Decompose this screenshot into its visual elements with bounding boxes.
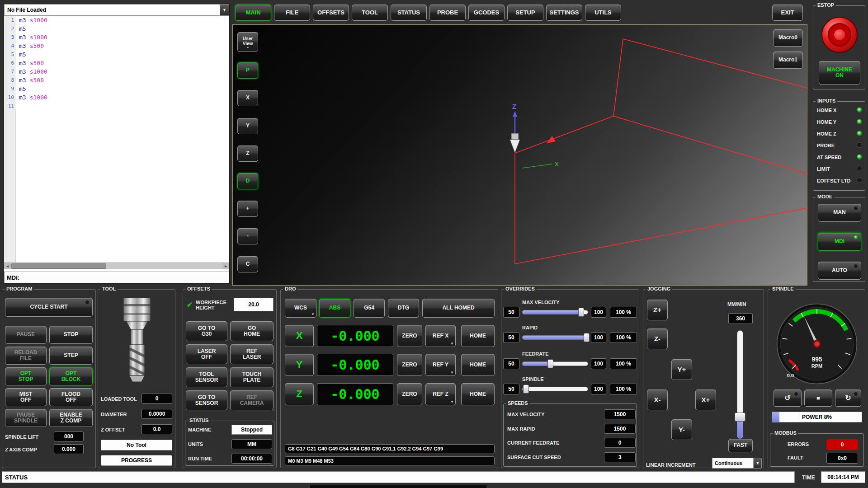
flood-button[interactable]: FLOOD OFF [49, 388, 93, 406]
zoom-out-button[interactable]: - [237, 228, 258, 244]
g54-button[interactable]: G54 [354, 299, 385, 318]
gremlin-3d-preview[interactable]: Z X User View ⌄ P X Y Z D + - C Macro0 M… [232, 24, 807, 286]
tab-file[interactable]: FILE [274, 5, 310, 21]
max-velocity-slider[interactable] [522, 307, 588, 318]
touch-plate-button[interactable]: TOUCH PLATE [230, 367, 274, 387]
pause-spindle-button[interactable]: PAUSE SPINDLE [5, 409, 47, 427]
dtg-button[interactable]: DTG [388, 299, 419, 318]
workpiece-height-input[interactable]: 20.0 [234, 298, 274, 311]
chevron-down-icon[interactable]: ▼ [220, 5, 229, 15]
fast-button[interactable]: FAST [728, 439, 753, 452]
machine-on-button[interactable]: MACHINE ON [819, 61, 860, 84]
jog-z-minus-button[interactable]: Z- [647, 328, 668, 349]
goto-sensor-button[interactable]: GO TO SENSOR [186, 390, 227, 410]
laser-off-button[interactable]: LASER OFF [186, 344, 227, 364]
ref-camera-button[interactable]: REF CAMERA [230, 390, 274, 410]
wcs-combo-button[interactable]: WCS▼ [285, 299, 316, 318]
active-mcodes-field: M0 M3 M9 M48 M53 [285, 456, 495, 465]
home-x-button[interactable]: HOME [461, 325, 495, 347]
file-combobox[interactable]: No File Loaded ▼ [4, 4, 229, 16]
reload-file-button[interactable]: RELOAD FILE [5, 347, 47, 365]
enable-z-comp-button[interactable]: ENABLE Z COMP [49, 409, 93, 427]
user-view-button[interactable]: User View ⌄ [237, 32, 258, 52]
jog-y-plus-button[interactable]: Y+ [671, 359, 692, 380]
jog-x-plus-button[interactable]: X+ [695, 389, 716, 410]
tab-status[interactable]: STATUS [391, 5, 427, 21]
step-button[interactable]: STEP [49, 347, 93, 365]
spindle-stop-button[interactable]: ■ [804, 389, 832, 407]
zero-x-button[interactable]: ZERO [397, 325, 422, 347]
cycle-start-button[interactable]: CYCLE START [5, 298, 93, 317]
axis-y-button[interactable]: Y [285, 354, 314, 376]
spindle-cw-button[interactable]: ↻ [835, 389, 861, 407]
chevron-down-icon: ⌄ [246, 46, 250, 48]
goto-g30-button[interactable]: GO TO G30 [186, 321, 227, 341]
zoom-in-button[interactable]: + [237, 201, 258, 217]
zero-z-button[interactable]: ZERO [397, 383, 422, 405]
mode-man-button[interactable]: MAN [818, 204, 861, 222]
scroll-right-icon[interactable]: ► [222, 263, 229, 269]
estop-button[interactable] [821, 17, 858, 53]
all-homed-button[interactable]: ALL HOMED [422, 299, 495, 318]
tab-main[interactable]: MAIN [235, 5, 271, 21]
view-y-button[interactable]: Y [237, 118, 258, 134]
scroll-left-icon[interactable]: ◄ [4, 263, 11, 269]
abs-button[interactable]: ABS [319, 299, 350, 318]
slider-handle[interactable] [547, 359, 553, 368]
tab-utils[interactable]: UTILS [585, 5, 621, 21]
slider-handle[interactable] [584, 333, 590, 342]
tab-gcodes[interactable]: GCODES [468, 5, 505, 21]
ref-y-button[interactable]: REF Y▼ [425, 354, 456, 376]
view-z-button[interactable]: Z [237, 145, 258, 162]
axis-x-button[interactable]: X [285, 325, 314, 347]
tab-tool[interactable]: TOOL [352, 5, 388, 21]
workpiece-check-icon[interactable]: ✔ [187, 300, 193, 309]
mdi-input[interactable]: MDI: [4, 272, 229, 283]
macro0-button[interactable]: Macro0 [773, 29, 803, 47]
rapid-slider[interactable] [522, 332, 588, 343]
ref-laser-button[interactable]: REF LASER [230, 344, 274, 364]
tab-setup[interactable]: SETUP [507, 5, 543, 21]
jog-z-plus-button[interactable]: Z+ [647, 300, 668, 320]
code-area[interactable]: 1m3s1000 2m5 3m3s1000 4m3s500 5m5 6m3s50… [4, 16, 229, 263]
spindle-ccw-button[interactable]: ↺ [774, 389, 802, 407]
opt-stop-button[interactable]: OPT STOP [5, 367, 47, 385]
mode-auto-button[interactable]: AUTO [818, 262, 861, 280]
tool-sensor-button[interactable]: TOOL SENSOR [186, 367, 227, 387]
power-bar-label: POWER 8% [772, 412, 862, 422]
home-z-button[interactable]: HOME [461, 383, 495, 405]
chevron-down-icon[interactable]: ▼ [754, 458, 762, 469]
increment-combobox[interactable]: Continuous [712, 458, 754, 469]
scrollbar-thumb[interactable] [11, 263, 106, 269]
jog-x-minus-button[interactable]: X- [647, 389, 668, 410]
view-d-button[interactable]: D [237, 173, 258, 189]
macro1-button[interactable]: Macro1 [773, 52, 803, 69]
feedrate-slider[interactable] [522, 358, 588, 369]
tab-settings[interactable]: SETTINGS [546, 5, 582, 21]
view-p-button[interactable]: P [237, 62, 258, 79]
axis-z-button[interactable]: Z [285, 383, 314, 405]
slider-handle[interactable] [578, 308, 584, 317]
tab-probe[interactable]: PROBE [429, 5, 466, 21]
view-x-button[interactable]: X [237, 90, 258, 106]
opt-block-button[interactable]: OPT BLOCK [49, 367, 93, 385]
jog-y-minus-button[interactable]: Y- [671, 419, 692, 440]
status-message-field[interactable]: STATUS [2, 471, 795, 483]
jog-rate-slider[interactable] [737, 330, 743, 439]
horizontal-scrollbar[interactable]: ◄ ► [4, 263, 229, 269]
ref-x-button[interactable]: REF X▼ [425, 325, 456, 347]
ref-z-button[interactable]: REF Z▼ [425, 383, 456, 405]
spindle-ovr-slider[interactable] [522, 384, 588, 394]
mist-button[interactable]: MIST OFF [5, 388, 47, 406]
view-c-button[interactable]: C [237, 256, 258, 272]
zero-y-button[interactable]: ZERO [397, 354, 422, 376]
home-y-button[interactable]: HOME [461, 354, 495, 376]
mode-mdi-button[interactable]: MDI [818, 233, 861, 251]
slider-handle[interactable] [735, 413, 745, 422]
pause-button[interactable]: PAUSE [5, 326, 47, 344]
slider-handle[interactable] [523, 385, 529, 394]
tab-offsets[interactable]: OFFSETS [313, 5, 349, 21]
go-home-button[interactable]: GO HOME [230, 321, 274, 341]
stop-button[interactable]: STOP [49, 326, 93, 344]
exit-button[interactable]: EXIT [772, 5, 803, 21]
